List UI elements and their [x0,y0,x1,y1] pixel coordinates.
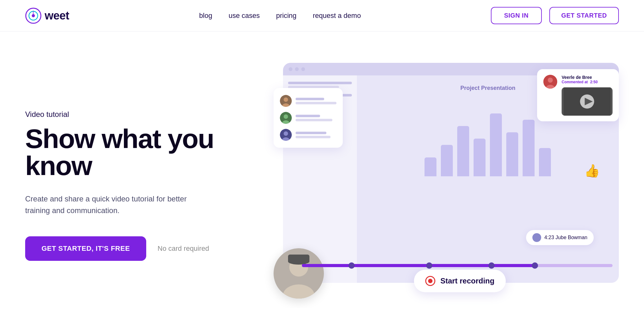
hero-subtitle: Video tutorial [25,110,245,119]
avatar-svg-3 [280,129,292,141]
user-lines-2 [296,115,336,121]
users-card [274,88,343,148]
line [296,132,326,134]
user-item-3 [280,129,336,141]
line [288,82,352,84]
window-dot-3 [301,67,305,71]
comment-pill-avatar [532,233,541,242]
line [296,136,330,138]
bar-1 [425,157,436,176]
window-dot-1 [289,67,292,71]
svg-rect-22 [288,255,309,263]
start-recording-button[interactable]: Start recording [414,270,506,292]
person-avatar-large [274,248,324,299]
timeline-progress [302,264,535,267]
line [296,102,336,104]
header-actions: SIGN IN GET STARTED [491,7,619,24]
no-card-label: No card required [158,244,209,253]
weet-logo-icon [25,8,42,24]
person-svg [274,248,324,299]
svg-point-4 [284,97,288,102]
user-item-2 [280,112,336,124]
logo[interactable]: weet [25,8,69,24]
nav-request-demo[interactable]: request a demo [313,12,361,20]
window-dot-2 [295,67,299,71]
user-avatar-2 [280,112,292,124]
comment-pill: 4:23 Jube Bowman [526,230,594,245]
line [296,115,320,117]
commenter-name: Veerle de Bree [562,75,613,80]
user-avatar-1 [280,95,292,107]
signin-button[interactable]: SIGN IN [491,7,542,24]
comment-time: Commented at 2:50 [562,80,613,84]
line [296,119,332,121]
comment-card: Veerle de Bree Commented at 2:50 [537,69,619,121]
timeline-dot-4 [532,262,538,269]
comment-info: Veerle de Bree Commented at 2:50 [562,75,613,116]
bar-3 [457,126,469,176]
user-lines-3 [296,132,336,138]
hero-heading: Show what you know [25,125,245,179]
timeline [302,264,613,267]
bar-6 [506,132,518,176]
hero-description: Create and share a quick video tutorial … [25,193,201,216]
nav-pricing[interactable]: pricing [276,12,297,20]
user-avatar-3 [280,129,292,141]
commenter-avatar [543,75,557,89]
sidebar-item-1 [288,82,352,88]
emoji-reaction: 👍 [584,163,600,178]
bar-5 [490,113,502,176]
line [296,98,324,100]
timeline-dot-3 [488,262,495,269]
comment-time-label: Commented at [562,80,588,84]
user-lines-1 [296,98,336,104]
hero-illustration: Project Presentation [264,50,619,308]
nav-use-cases[interactable]: use cases [229,12,260,20]
bar-8 [539,148,551,176]
svg-point-10 [284,131,288,136]
bar-2 [441,145,453,176]
avatar-svg-1 [280,95,292,107]
comment-video-thumb [562,87,613,116]
comment-pill-text: 4:23 Jube Bowman [544,235,587,240]
logo-text: weet [45,9,69,22]
header: weet blog use cases pricing request a de… [0,0,644,31]
nav-blog[interactable]: blog [199,12,212,20]
record-dot [428,279,432,283]
comment-timestamp: 2:50 [590,80,598,84]
svg-point-13 [548,78,553,83]
avatar-svg-2 [280,112,292,124]
main-nav: blog use cases pricing request a demo [199,12,361,20]
commenter-avatar-svg [543,75,557,89]
start-recording-label: Start recording [440,277,494,285]
bar-4 [474,139,486,176]
record-icon [425,276,435,286]
hero-left: Video tutorial Show what you know Create… [25,97,245,261]
get-started-header-button[interactable]: GET STARTED [549,7,619,24]
bar-7 [523,120,535,176]
cta-main-button[interactable]: GET STARTED, IT'S FREE [25,236,146,261]
cta-row: GET STARTED, IT'S FREE No card required [25,236,245,261]
user-item-1 [280,95,336,107]
hero-section: Video tutorial Show what you know Create… [0,31,644,308]
thumb-bg [562,87,613,116]
svg-point-7 [284,114,288,119]
sidebar-lines-1 [288,82,352,88]
